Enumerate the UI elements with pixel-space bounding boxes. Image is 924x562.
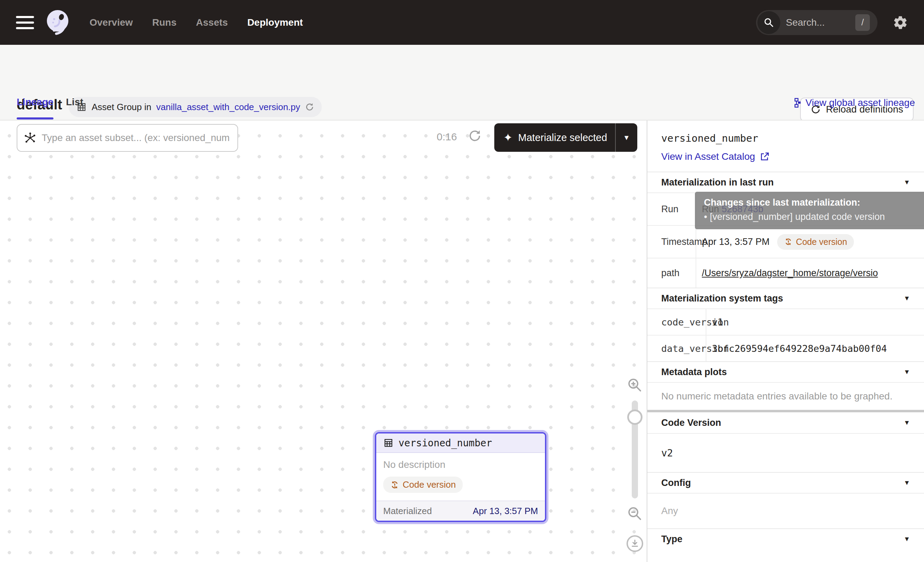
asset-details-panel: versioned_number View in Asset Catalog M… [646,120,924,562]
nav-item-assets[interactable]: Assets [196,17,228,28]
asset-lineage-canvas[interactable]: Type an asset subset... (ex: versioned_n… [0,120,646,562]
nav-item-deployment[interactable]: Deployment [247,17,303,28]
path-row: path /Users/sryza/dagster_home/storage/v… [647,258,924,288]
refresh-timer: 0:16 [436,131,457,143]
zoom-slider[interactable] [632,400,638,499]
section-materialization-system-tags[interactable]: Materialization system tags ▼ [647,288,924,308]
zoom-controls [623,377,646,552]
chevron-down-icon: ▼ [903,535,910,543]
download-graph-button[interactable] [627,535,643,552]
materialize-dropdown-caret[interactable]: ▼ [616,134,637,142]
metadata-plots-empty-message: No numeric metadata entries available to… [647,382,924,410]
chevron-down-icon: ▼ [903,368,910,376]
view-in-asset-catalog-link[interactable]: View in Asset Catalog [661,151,770,162]
path-link[interactable]: /Users/sryza/dagster_home/storage/versio [702,268,878,279]
asset-node-title: versioned_number [399,437,492,449]
download-icon [630,539,639,548]
timestamp-code-version-badge: Code version [777,234,854,250]
external-link-icon [760,152,770,162]
tab-list[interactable]: List [66,96,83,108]
zoom-slider-handle[interactable] [627,410,642,425]
dagster-logo-icon [44,9,72,36]
code-version-tag-row: code_version v1 [647,308,924,335]
materialize-selected-button[interactable]: ✦ Materialize selected ▼ [494,123,637,152]
changes-tooltip: Changes since last materialization: • [v… [695,192,924,229]
active-tab-indicator [16,117,54,119]
search-placeholder: Search... [786,17,855,28]
asset-node-description: No description [383,459,538,470]
chevron-down-icon: ▼ [903,479,910,487]
materialized-status-label: Materialized [383,506,432,517]
code-version-badge: Code version [383,476,463,493]
view-global-asset-lineage-link[interactable]: View global asset lineage [791,97,915,108]
zoom-out-icon[interactable] [627,506,642,521]
timestamp-row: Timestamp Apr 13, 3:57 PM Code version [647,225,924,258]
section-type[interactable]: Type ▼ [647,528,924,549]
section-code-version[interactable]: Code Version ▼ [647,412,924,433]
page-header: default Asset Group in vanilla_asset_wit… [0,45,924,120]
section-divider [647,410,924,412]
sync-alert-icon [390,480,399,490]
dagster-logo[interactable] [44,9,72,36]
asset-group-file-link[interactable]: vanilla_asset_with_code_version.py [156,102,300,113]
section-config[interactable]: Config ▼ [647,472,924,493]
sync-alert-icon [784,237,792,246]
search-shortcut-key: / [855,14,870,31]
asset-node-header: versioned_number [376,433,545,453]
top-nav: Overview Runs Assets Deployment Search..… [0,0,924,45]
asset-subset-input[interactable]: Type an asset subset... (ex: versioned_n… [16,124,238,152]
nav-links: Overview Runs Assets Deployment [90,17,303,28]
search-icon [758,11,780,34]
asset-group-label: Asset Group in [92,102,152,113]
code-version-value: v2 [647,433,924,472]
table-icon [383,438,394,448]
materialized-time-link[interactable]: Apr 13, 3:57 PM [473,506,538,517]
data-version-tag-row: data_version 3bfc269594ef649228e9a74bab0… [647,335,924,361]
sparkle-icon: ✦ [503,131,513,144]
asset-node-footer: Materialized Apr 13, 3:57 PM [376,500,545,521]
section-materialization-in-last-run[interactable]: Materialization in last run ▼ [647,171,924,192]
zoom-in-icon[interactable] [627,377,642,393]
lineage-graph-icon [791,98,801,108]
section-metadata-plots[interactable]: Metadata plots ▼ [647,361,924,382]
asset-subset-placeholder: Type an asset subset... (ex: versioned_n… [42,132,230,143]
group-refresh-icon[interactable] [305,102,314,111]
gear-icon[interactable] [893,15,908,30]
chevron-down-icon: ▼ [903,419,910,427]
nav-item-overview[interactable]: Overview [90,17,133,28]
asset-group-breadcrumb: Asset Group in vanilla_asset_with_code_v… [69,97,322,117]
panel-asset-name: versioned_number [661,132,758,144]
search-input[interactable]: Search... / [756,10,878,35]
chevron-down-icon: ▼ [903,295,910,302]
menu-icon[interactable] [16,16,34,29]
nav-item-runs[interactable]: Runs [152,17,177,28]
asset-node-versioned-number[interactable]: versioned_number No description Code ver… [375,432,546,522]
graph-refresh-icon[interactable] [468,129,482,143]
tab-lineage[interactable]: Lineage [16,96,54,108]
op-selector-icon [24,132,36,144]
chevron-down-icon: ▼ [903,179,910,186]
config-value: Any [647,493,924,528]
